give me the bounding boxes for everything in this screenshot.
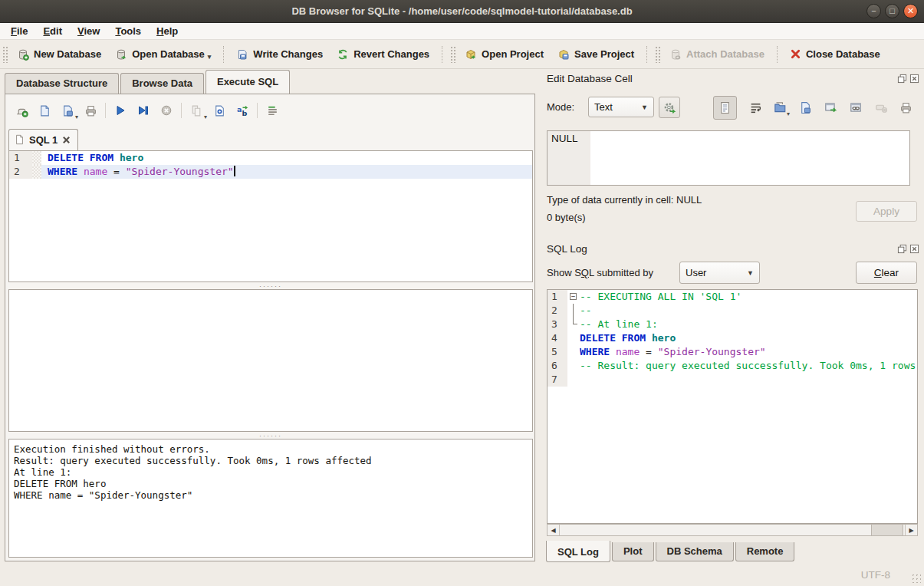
tab-plot[interactable]: Plot bbox=[612, 542, 654, 561]
close-tab-icon[interactable] bbox=[62, 136, 71, 144]
scroll-left-icon[interactable]: ◀ bbox=[547, 525, 560, 535]
save-project-button[interactable]: Save Project bbox=[551, 44, 641, 64]
float-dock-icon[interactable] bbox=[897, 74, 907, 84]
attach-database-icon bbox=[669, 48, 682, 61]
close-dock-icon[interactable] bbox=[909, 74, 919, 84]
line-number: 2 bbox=[9, 165, 32, 179]
find-button[interactable] bbox=[208, 100, 231, 121]
export-cell-data-button[interactable] bbox=[794, 97, 816, 118]
log-filter-combobox[interactable]: User▼ bbox=[679, 262, 760, 284]
sql-log-dock-header: SQL Log bbox=[547, 241, 919, 256]
toolbar-separator bbox=[181, 103, 182, 118]
toolbar-separator bbox=[223, 46, 224, 63]
log-line: 2 -- bbox=[547, 304, 917, 318]
log-horizontal-scrollbar[interactable]: ◀ ▶ bbox=[547, 524, 918, 536]
minimize-button[interactable]: − bbox=[866, 4, 881, 18]
scrollbar-thumb[interactable] bbox=[871, 525, 903, 535]
maximize-button[interactable]: □ bbox=[885, 4, 899, 18]
open-database-menu-caret[interactable]: ▾ bbox=[208, 53, 212, 61]
open-sql-file-button[interactable] bbox=[33, 100, 56, 121]
editor-line-current: 2 WHERE name = "Spider-Youngster" bbox=[9, 165, 532, 179]
new-sql-tab-button[interactable] bbox=[10, 100, 33, 121]
sql-editor[interactable]: 1 DELETE FROM hero 2 WHERE name = "Spide… bbox=[8, 150, 533, 282]
execute-line-button[interactable] bbox=[132, 100, 155, 121]
auto-mode-button[interactable] bbox=[659, 97, 680, 118]
titlebar: DB Browser for SQLite - /home/user/code/… bbox=[0, 0, 924, 23]
open-project-button[interactable]: Open Project bbox=[458, 44, 551, 64]
tab-db-schema[interactable]: DB Schema bbox=[656, 542, 734, 561]
splitter-handle[interactable]: ······ bbox=[8, 432, 533, 439]
log-line: 7 bbox=[547, 373, 917, 387]
replace-text-button[interactable]: ab bbox=[231, 100, 254, 121]
cell-value-editor[interactable]: NULL bbox=[547, 130, 910, 186]
revert-changes-button[interactable]: Revert Changes bbox=[330, 44, 436, 64]
open-external-button[interactable] bbox=[820, 97, 841, 118]
menu-help[interactable]: Help bbox=[149, 24, 186, 38]
statusbar: UTF-8 bbox=[0, 562, 924, 586]
tab-remote[interactable]: Remote bbox=[735, 542, 795, 561]
revert-changes-icon bbox=[337, 48, 349, 61]
menu-file[interactable]: File bbox=[3, 24, 35, 38]
splitter-handle[interactable]: ······ bbox=[8, 282, 533, 289]
fold-margin[interactable]: − bbox=[567, 290, 580, 304]
encoding-indicator[interactable]: UTF-8 bbox=[861, 569, 890, 581]
sql-log-title: SQL Log bbox=[547, 243, 587, 255]
close-database-icon bbox=[790, 48, 801, 60]
sql-log-view[interactable]: 1 − -- EXECUTING ALL IN 'SQL 1' 2 -- 3 -… bbox=[547, 289, 918, 524]
import-cell-data-button[interactable]: ▾ bbox=[769, 97, 791, 118]
write-changes-icon bbox=[236, 48, 248, 61]
menu-view[interactable]: View bbox=[70, 24, 107, 38]
right-panel: Edit Database Cell Mode: Text▼ ▾ bbox=[541, 69, 924, 562]
fold-margin bbox=[32, 165, 41, 179]
log-line: 6 -- Result: query executed successfully… bbox=[547, 359, 917, 373]
mode-combobox[interactable]: Text▼ bbox=[588, 97, 654, 117]
save-sql-file-button[interactable]: ▾ bbox=[56, 100, 79, 121]
tab-database-structure[interactable]: Database Structure bbox=[5, 73, 119, 94]
float-dock-icon[interactable] bbox=[897, 244, 907, 254]
execute-all-button[interactable] bbox=[109, 100, 132, 121]
cell-value: NULL bbox=[551, 133, 578, 144]
resize-grip[interactable] bbox=[911, 573, 921, 583]
fold-collapse-icon: − bbox=[570, 293, 577, 300]
menu-tools[interactable]: Tools bbox=[107, 24, 149, 38]
tab-execute-sql[interactable]: Execute SQL bbox=[206, 70, 290, 94]
toolbar-separator bbox=[646, 46, 647, 63]
open-database-button[interactable]: Open Database ▾ bbox=[108, 44, 218, 64]
format-sql-button[interactable] bbox=[261, 100, 284, 121]
fold-margin bbox=[567, 318, 580, 331]
execution-message: Execution finished without errors.Result… bbox=[8, 439, 533, 558]
chevron-down-icon: ▼ bbox=[739, 269, 754, 277]
fold-margin bbox=[567, 304, 580, 318]
new-database-button[interactable]: New Database bbox=[10, 44, 108, 64]
write-changes-button[interactable]: Write Changes bbox=[229, 44, 330, 64]
open-project-icon bbox=[465, 48, 477, 61]
apply-button: Apply bbox=[856, 201, 917, 222]
sql-file-tab-bar: SQL 1 bbox=[8, 128, 78, 151]
sql-file-tab[interactable]: SQL 1 bbox=[8, 129, 78, 151]
log-line: 1 − -- EXECUTING ALL IN 'SQL 1' bbox=[547, 290, 917, 304]
print-cell-button[interactable] bbox=[895, 97, 916, 118]
print-sql-button[interactable] bbox=[79, 100, 102, 121]
tab-sql-log[interactable]: SQL Log bbox=[546, 541, 610, 562]
scroll-right-icon[interactable]: ▶ bbox=[905, 525, 917, 535]
log-line: 5 WHERE name = "Spider-Youngster" bbox=[547, 345, 917, 359]
word-wrap-button[interactable] bbox=[745, 97, 766, 118]
menu-edit[interactable]: Edit bbox=[35, 24, 70, 38]
chevron-down-icon: ▼ bbox=[633, 104, 648, 111]
toolbar-separator bbox=[257, 103, 258, 118]
copy-link-button[interactable] bbox=[845, 97, 866, 118]
text-cursor bbox=[234, 166, 235, 176]
cell-type-info: Type of data currently in cell: NULL bbox=[547, 194, 702, 206]
main-tab-bar: Database Structure Browse Data Execute S… bbox=[5, 71, 291, 94]
text-mode-button[interactable] bbox=[713, 96, 737, 120]
close-database-button[interactable]: Close Database bbox=[783, 44, 887, 64]
tab-browse-data[interactable]: Browse Data bbox=[120, 73, 204, 94]
clear-log-button[interactable]: Clear bbox=[856, 262, 917, 284]
results-grid[interactable] bbox=[8, 289, 533, 432]
toolbar-separator bbox=[777, 46, 778, 63]
close-dock-icon[interactable] bbox=[909, 244, 919, 254]
close-button[interactable]: ✕ bbox=[903, 4, 918, 18]
sql-toolbar: ▾ ▾ ab bbox=[10, 99, 284, 122]
save-project-icon bbox=[557, 48, 570, 61]
editor-line: 1 DELETE FROM hero bbox=[9, 151, 532, 165]
